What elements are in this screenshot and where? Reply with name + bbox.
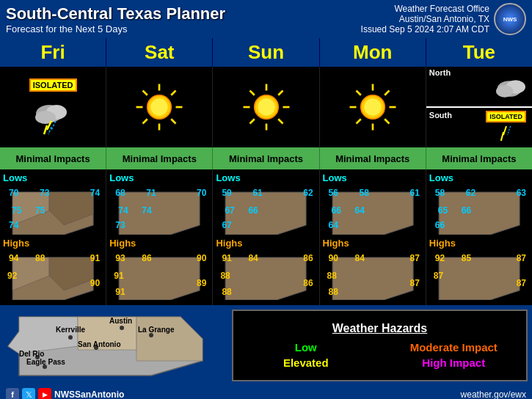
temp-cell-sat: Lows 68 71 70 74 74 73 Highs 93 86 — [106, 169, 213, 305]
sat-high-tr: 90 — [197, 253, 206, 263]
fri-high-tc: 88 — [35, 253, 45, 263]
mon-low-ml: 66 — [332, 205, 341, 216]
tue-high-tc: 85 — [462, 253, 471, 263]
fri-low-tl: 70 — [9, 188, 18, 198]
isolated-badge-tue: ISOLATED — [486, 111, 526, 122]
tue-south: South ISOLATED — [426, 108, 532, 147]
sun-high-tl: 91 — [222, 253, 231, 263]
facebook-icon[interactable]: f — [6, 388, 19, 399]
svg-line-12 — [171, 119, 175, 123]
sat-low-ml: 74 — [118, 205, 128, 216]
tue-south-label: South — [429, 111, 452, 120]
legend-moderate: Moderate Impact — [387, 341, 521, 354]
svg-point-26 — [258, 98, 274, 115]
sat-low-bl: 73 — [115, 220, 125, 230]
sat-high-bl: 91 — [115, 287, 125, 297]
day-sun-label: Sun — [248, 41, 284, 63]
svg-line-40 — [503, 126, 506, 135]
city-delrio: Del Rio — [19, 350, 44, 358]
fri-high-tl: 94 — [9, 253, 18, 263]
tue-north: North — [426, 67, 532, 108]
svg-point-39 — [496, 85, 513, 98]
mon-high-bl: 88 — [329, 287, 338, 297]
svg-line-22 — [278, 119, 283, 123]
sun-icon-mon — [346, 81, 399, 133]
lows-section-tue: Lows 58 62 63 65 66 66 — [429, 172, 529, 235]
highs-section-fri: Highs 94 88 91 92 90 — [3, 238, 103, 300]
social-handle: NWSSanAntonio — [54, 389, 124, 399]
twitter-icon[interactable]: 𝕏 — [22, 388, 35, 399]
fri-high-mr: 90 — [90, 278, 100, 288]
svg-line-21 — [249, 91, 254, 95]
sat-high-tc: 86 — [142, 253, 151, 263]
header: South-Central Texas Planner Forecast for… — [0, 0, 532, 38]
mon-low-tc: 58 — [360, 188, 369, 198]
isolated-badge-fri: ISOLATED — [29, 78, 77, 92]
impact-sat: Minimal Impacts — [106, 147, 213, 169]
tue-split: North South ISOLATED — [426, 67, 532, 147]
day-sat-label: Sat — [145, 41, 174, 63]
day-fri-label: Fri — [40, 41, 65, 63]
thunder-icon-tue-south — [492, 122, 521, 144]
days-header: Fri Sat Sun Mon Tue — [0, 38, 532, 67]
sun-low-tl: 59 — [222, 188, 231, 198]
city-sanantonio: San Antonio — [78, 340, 121, 348]
highs-section-tue: Highs 92 85 87 87 87 — [429, 238, 529, 300]
tue-low-tl: 58 — [435, 188, 445, 198]
mon-high-mr: 87 — [409, 278, 419, 288]
city-kerrville: Kerrville — [56, 326, 85, 334]
city-lagrange: La Grange — [138, 326, 174, 334]
tue-low-bl: 66 — [435, 220, 445, 230]
day-col-mon: Mon — [320, 38, 426, 67]
mon-high-tl: 90 — [329, 253, 338, 263]
svg-line-41 — [500, 132, 503, 141]
weather-hazards-legend: Weather Hazards Low Moderate Impact Elev… — [232, 310, 528, 381]
fri-low-tr: 74 — [90, 188, 100, 198]
tue-high-tl: 92 — [435, 253, 445, 263]
icon-cell-tue: North South ISOLATED — [426, 67, 532, 147]
sat-low-tl: 68 — [115, 188, 125, 198]
legend-low: Low — [239, 341, 373, 354]
day-col-fri: Fri — [0, 38, 106, 67]
highs-section-mon: Highs 90 84 87 88 87 88 — [323, 238, 423, 300]
mon-high-tc: 84 — [355, 253, 365, 263]
svg-line-33 — [385, 91, 389, 95]
fri-high-ml: 92 — [7, 271, 17, 281]
temps-row: Lows 70 73 74 75 75 74 Highs — [0, 169, 532, 305]
tue-high-ml: 87 — [434, 271, 443, 281]
social-icons: f 𝕏 ▶ NWSSanAntonio — [6, 388, 124, 399]
legend-grid: Low Moderate Impact Elevated High Impact — [239, 341, 520, 369]
svg-line-31 — [356, 91, 360, 95]
lows-section-mon: Lows 56 58 61 66 64 64 — [323, 172, 423, 235]
fri-low-bl: 74 — [9, 220, 18, 230]
sat-high-mr: 89 — [197, 278, 206, 288]
header-left: South-Central Texas Planner Forecast for… — [6, 4, 225, 34]
impact-sun: Minimal Impacts — [213, 147, 319, 169]
sun-high-mr: 86 — [303, 278, 313, 288]
svg-point-36 — [364, 98, 381, 115]
impact-mon: Minimal Impacts — [320, 147, 426, 169]
svg-line-32 — [385, 119, 389, 123]
day-col-sun: Sun — [213, 38, 319, 67]
svg-point-16 — [151, 98, 168, 115]
website-url: weather.gov/ewx — [461, 389, 526, 399]
tue-low-tr: 63 — [517, 188, 526, 198]
icon-cell-sat — [106, 67, 213, 147]
icon-cell-fri: ISOLATED — [0, 67, 106, 147]
tue-low-ml: 65 — [438, 205, 448, 216]
svg-point-2 — [35, 111, 56, 124]
temp-cell-tue: Lows 58 62 63 65 66 66 Highs 92 85 — [426, 169, 532, 305]
sun-high-tr: 86 — [303, 253, 313, 263]
temp-cell-fri: Lows 70 73 74 75 75 74 Highs — [0, 169, 106, 305]
svg-line-34 — [356, 119, 360, 123]
nws-logo: NWS — [494, 3, 526, 35]
bottom-map-area: Kerrville Austin La Grange Del Rio San A… — [4, 310, 225, 381]
day-col-sat: Sat — [106, 38, 213, 67]
header-right: Weather Forecast Office Austin/San Anton… — [361, 3, 526, 35]
legend-elevated: Elevated — [239, 356, 373, 369]
sun-low-mc: 66 — [248, 205, 258, 216]
youtube-icon[interactable]: ▶ — [38, 388, 51, 399]
fri-low-mc: 75 — [35, 205, 45, 216]
svg-line-23 — [278, 91, 283, 95]
svg-line-42 — [507, 126, 510, 135]
